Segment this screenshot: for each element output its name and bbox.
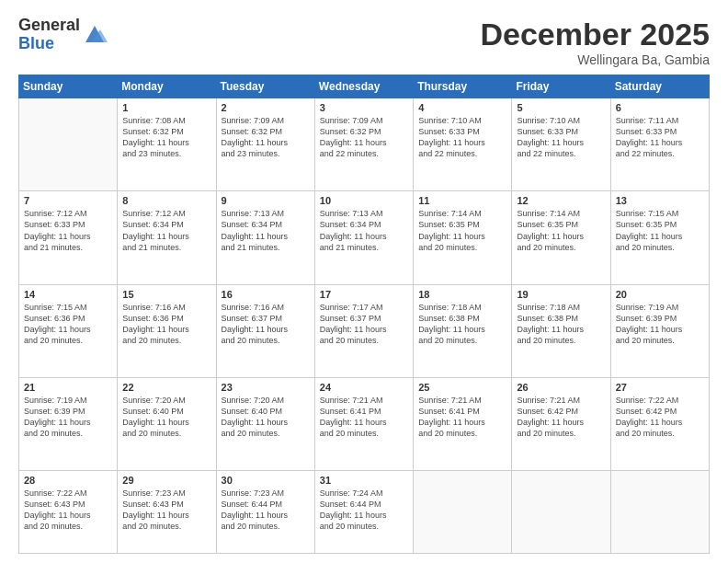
day-info: Sunrise: 7:16 AM Sunset: 6:36 PM Dayligh… [122,302,210,347]
day-info: Sunrise: 7:12 AM Sunset: 6:34 PM Dayligh… [122,208,210,253]
day-number: 10 [320,195,408,206]
day-number: 24 [320,382,408,393]
day-cell: 24Sunrise: 7:21 AM Sunset: 6:41 PM Dayli… [314,377,413,470]
day-cell: 17Sunrise: 7:17 AM Sunset: 6:37 PM Dayli… [314,284,413,377]
day-cell: 4Sunrise: 7:10 AM Sunset: 6:33 PM Daylig… [414,98,512,191]
day-info: Sunrise: 7:10 AM Sunset: 6:33 PM Dayligh… [517,115,605,160]
day-info: Sunrise: 7:09 AM Sunset: 6:32 PM Dayligh… [222,115,310,160]
day-cell: 10Sunrise: 7:13 AM Sunset: 6:34 PM Dayli… [314,191,413,284]
day-info: Sunrise: 7:24 AM Sunset: 6:44 PM Dayligh… [320,488,408,533]
day-info: Sunrise: 7:16 AM Sunset: 6:37 PM Dayligh… [222,302,310,347]
day-info: Sunrise: 7:18 AM Sunset: 6:38 PM Dayligh… [517,302,605,347]
month-title: December 2025 [480,17,710,52]
day-cell: 23Sunrise: 7:20 AM Sunset: 6:40 PM Dayli… [216,377,314,470]
day-cell [414,471,512,554]
week-row-4: 28Sunrise: 7:22 AM Sunset: 6:43 PM Dayli… [19,471,710,554]
day-number: 4 [418,102,506,113]
day-cell: 8Sunrise: 7:12 AM Sunset: 6:34 PM Daylig… [118,191,216,284]
day-cell [512,471,610,554]
day-cell: 16Sunrise: 7:16 AM Sunset: 6:37 PM Dayli… [216,284,314,377]
day-cell: 19Sunrise: 7:18 AM Sunset: 6:38 PM Dayli… [512,284,610,377]
day-info: Sunrise: 7:23 AM Sunset: 6:43 PM Dayligh… [122,488,210,533]
logo-blue: Blue [18,35,80,53]
day-cell: 20Sunrise: 7:19 AM Sunset: 6:39 PM Dayli… [610,284,709,377]
day-cell: 15Sunrise: 7:16 AM Sunset: 6:36 PM Dayli… [118,284,216,377]
day-number: 7 [24,195,112,206]
day-info: Sunrise: 7:10 AM Sunset: 6:33 PM Dayligh… [418,115,506,160]
day-cell: 29Sunrise: 7:23 AM Sunset: 6:43 PM Dayli… [118,471,216,554]
day-cell: 3Sunrise: 7:09 AM Sunset: 6:32 PM Daylig… [314,98,413,191]
col-header-thursday: Thursday [414,75,512,98]
day-number: 30 [222,475,310,486]
day-cell: 26Sunrise: 7:21 AM Sunset: 6:42 PM Dayli… [512,377,610,470]
day-number: 31 [320,475,408,486]
day-info: Sunrise: 7:09 AM Sunset: 6:32 PM Dayligh… [320,115,408,160]
day-info: Sunrise: 7:23 AM Sunset: 6:44 PM Dayligh… [222,488,310,533]
week-row-0: 1Sunrise: 7:08 AM Sunset: 6:32 PM Daylig… [19,98,710,191]
day-info: Sunrise: 7:15 AM Sunset: 6:36 PM Dayligh… [24,302,112,347]
col-header-monday: Monday [118,75,216,98]
day-number: 6 [616,102,704,113]
day-number: 23 [222,382,310,393]
day-number: 14 [24,289,112,300]
logo-icon [82,20,108,46]
day-number: 25 [418,382,506,393]
day-cell: 21Sunrise: 7:19 AM Sunset: 6:39 PM Dayli… [19,377,118,470]
day-cell: 9Sunrise: 7:13 AM Sunset: 6:34 PM Daylig… [216,191,314,284]
day-info: Sunrise: 7:13 AM Sunset: 6:34 PM Dayligh… [320,208,408,253]
day-cell: 30Sunrise: 7:23 AM Sunset: 6:44 PM Dayli… [216,471,314,554]
week-row-2: 14Sunrise: 7:15 AM Sunset: 6:36 PM Dayli… [19,284,710,377]
day-info: Sunrise: 7:19 AM Sunset: 6:39 PM Dayligh… [616,302,704,347]
day-info: Sunrise: 7:21 AM Sunset: 6:41 PM Dayligh… [418,395,506,440]
day-number: 29 [122,475,210,486]
day-number: 3 [320,102,408,113]
day-number: 15 [122,289,210,300]
day-cell: 1Sunrise: 7:08 AM Sunset: 6:32 PM Daylig… [118,98,216,191]
day-info: Sunrise: 7:22 AM Sunset: 6:43 PM Dayligh… [24,488,112,533]
day-cell: 2Sunrise: 7:09 AM Sunset: 6:32 PM Daylig… [216,98,314,191]
day-number: 16 [222,289,310,300]
day-number: 21 [24,382,112,393]
day-info: Sunrise: 7:19 AM Sunset: 6:39 PM Dayligh… [24,395,112,440]
day-number: 27 [616,382,704,393]
day-info: Sunrise: 7:18 AM Sunset: 6:38 PM Dayligh… [418,302,506,347]
location: Wellingara Ba, Gambia [480,52,710,67]
day-number: 11 [418,195,506,206]
title-block: December 2025 Wellingara Ba, Gambia [480,17,710,67]
day-info: Sunrise: 7:12 AM Sunset: 6:33 PM Dayligh… [24,208,112,253]
week-row-1: 7Sunrise: 7:12 AM Sunset: 6:33 PM Daylig… [19,191,710,284]
day-cell: 25Sunrise: 7:21 AM Sunset: 6:41 PM Dayli… [414,377,512,470]
col-header-sunday: Sunday [19,75,118,98]
col-header-friday: Friday [512,75,610,98]
day-number: 17 [320,289,408,300]
day-info: Sunrise: 7:21 AM Sunset: 6:42 PM Dayligh… [517,395,605,440]
logo-general: General [18,17,80,35]
day-number: 12 [517,195,605,206]
week-row-3: 21Sunrise: 7:19 AM Sunset: 6:39 PM Dayli… [19,377,710,470]
day-number: 9 [222,195,310,206]
col-header-saturday: Saturday [610,75,709,98]
day-cell: 14Sunrise: 7:15 AM Sunset: 6:36 PM Dayli… [19,284,118,377]
day-number: 26 [517,382,605,393]
day-cell: 12Sunrise: 7:14 AM Sunset: 6:35 PM Dayli… [512,191,610,284]
day-cell: 28Sunrise: 7:22 AM Sunset: 6:43 PM Dayli… [19,471,118,554]
page: General Blue December 2025 Wellingara Ba… [0,0,728,563]
day-cell [19,98,118,191]
calendar-header-row: SundayMondayTuesdayWednesdayThursdayFrid… [19,75,710,98]
day-number: 1 [122,102,210,113]
day-info: Sunrise: 7:17 AM Sunset: 6:37 PM Dayligh… [320,302,408,347]
day-info: Sunrise: 7:14 AM Sunset: 6:35 PM Dayligh… [517,208,605,253]
day-number: 20 [616,289,704,300]
day-cell: 7Sunrise: 7:12 AM Sunset: 6:33 PM Daylig… [19,191,118,284]
day-cell: 11Sunrise: 7:14 AM Sunset: 6:35 PM Dayli… [414,191,512,284]
day-info: Sunrise: 7:15 AM Sunset: 6:35 PM Dayligh… [616,208,704,253]
day-info: Sunrise: 7:14 AM Sunset: 6:35 PM Dayligh… [418,208,506,253]
day-cell: 27Sunrise: 7:22 AM Sunset: 6:42 PM Dayli… [610,377,709,470]
day-number: 13 [616,195,704,206]
day-cell: 5Sunrise: 7:10 AM Sunset: 6:33 PM Daylig… [512,98,610,191]
calendar-table: SundayMondayTuesdayWednesdayThursdayFrid… [18,75,710,554]
day-info: Sunrise: 7:08 AM Sunset: 6:32 PM Dayligh… [122,115,210,160]
day-cell [610,471,709,554]
day-info: Sunrise: 7:20 AM Sunset: 6:40 PM Dayligh… [122,395,210,440]
day-info: Sunrise: 7:21 AM Sunset: 6:41 PM Dayligh… [320,395,408,440]
